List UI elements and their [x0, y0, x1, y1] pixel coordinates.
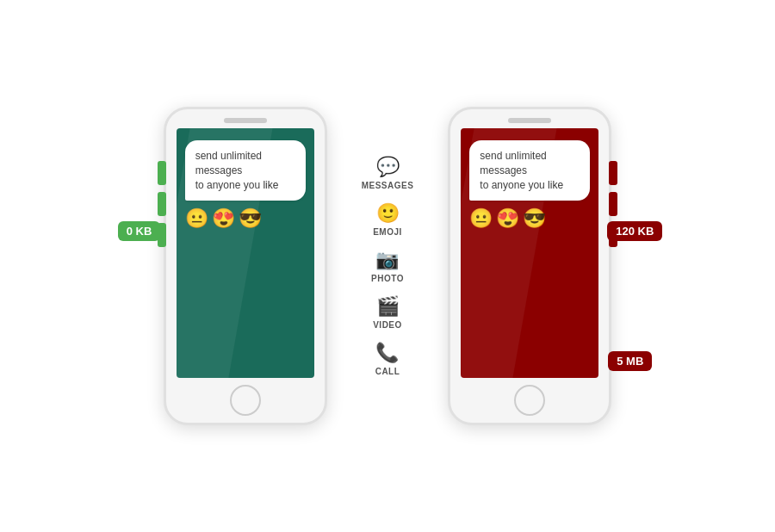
video-label: VIDEO [373, 320, 402, 330]
right-volume-up-btn [609, 161, 617, 185]
photo-icon: 📷 [375, 249, 399, 271]
phone-right-home-button [514, 385, 545, 416]
emoji-2: 😍 [212, 207, 235, 230]
messages-label: MESSAGES [362, 181, 414, 190]
messages-icon: 💬 [376, 156, 400, 178]
volume-up-btn [158, 161, 166, 185]
photo-label: PHOTO [371, 274, 404, 283]
volume-down-btn [158, 192, 166, 216]
left-message-text: send unlimited messages to anyone you li… [195, 150, 279, 191]
messages-icon-item: 💬 MESSAGES [362, 156, 414, 190]
phone-left-screen: send unlimited messages to anyone you li… [177, 128, 314, 378]
phone-left: 0 KB send unlimited messages to anyone y… [164, 107, 327, 425]
call-label: CALL [375, 367, 400, 376]
left-emoji-row: 😐 😍 😎 [185, 207, 306, 230]
photo-icon-item: 📷 PHOTO [371, 249, 404, 283]
emoji-3: 😎 [239, 207, 262, 230]
emoji-icon: 🙂 [376, 202, 400, 225]
right-emoji-2: 😍 [496, 207, 519, 230]
main-scene: 0 KB send unlimited messages to anyone y… [164, 107, 612, 425]
phone-left-speaker [224, 118, 267, 123]
right-emoji-1: 😐 [469, 207, 493, 230]
right-volume-down-btn [609, 192, 617, 216]
left-message-bubble: send unlimited messages to anyone you li… [185, 140, 306, 201]
left-data-badge: 0 KB [118, 221, 161, 241]
call-icon: 📞 [375, 342, 399, 364]
phone-right: 120 KB 5 MB send unlimited messages to a… [448, 107, 611, 425]
right-bottom-data-badge: 5 MB [608, 351, 652, 371]
video-icon-item: 🎬 VIDEO [373, 295, 402, 330]
video-icon: 🎬 [376, 295, 400, 318]
right-message-text: send unlimited messages to anyone you li… [480, 150, 563, 191]
feature-icons: 💬 MESSAGES 🙂 EMOJI 📷 PHOTO 🎬 VIDEO 📞 CAL… [362, 156, 414, 376]
right-emoji-3: 😎 [523, 207, 546, 230]
phone-right-screen: send unlimited messages to anyone you li… [461, 128, 598, 378]
call-icon-item: 📞 CALL [375, 342, 400, 376]
right-message-bubble: send unlimited messages to anyone you li… [469, 140, 590, 201]
emoji-1: 😐 [185, 207, 208, 230]
phone-left-home-button [230, 385, 261, 416]
right-data-badge: 120 KB [607, 221, 662, 241]
right-emoji-row: 😐 😍 😎 [469, 207, 590, 230]
phone-right-speaker [508, 118, 551, 123]
emoji-label: EMOJI [373, 227, 402, 237]
emoji-icon-item: 🙂 EMOJI [373, 202, 402, 237]
